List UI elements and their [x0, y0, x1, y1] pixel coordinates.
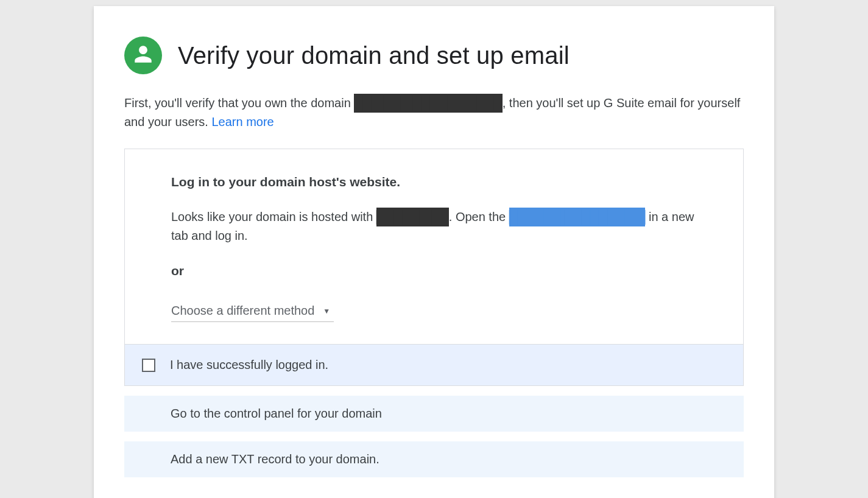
confirm-logged-in-row: I have successfully logged in. [125, 344, 743, 385]
confirm-logged-in-label: I have successfully logged in. [170, 358, 328, 372]
page-title: Verify your domain and set up email [178, 42, 570, 69]
step-text-1: Looks like your domain is hosted with [171, 210, 376, 223]
step-body: Looks like your domain is hosted with ██… [171, 208, 697, 245]
setup-card: Verify your domain and set up email Firs… [94, 6, 774, 498]
substep-control-panel[interactable]: Go to the control panel for your domain [124, 396, 744, 432]
person-icon [133, 44, 153, 68]
step-host-redacted: ██████ ██ [376, 208, 449, 226]
verification-method-select[interactable]: Choose a different method ▼ [171, 304, 334, 322]
confirm-logged-in-checkbox[interactable] [142, 359, 155, 372]
method-select-label: Choose a different method [171, 304, 314, 318]
step-text-2: . Open the [449, 210, 509, 223]
intro-paragraph: First, you'll verify that you own the do… [94, 74, 774, 132]
or-label: or [171, 264, 697, 278]
learn-more-link[interactable]: Learn more [211, 115, 273, 128]
chevron-down-icon: ▼ [323, 307, 330, 315]
intro-domain-redacted: ██ ███ ██████ █████ [354, 94, 502, 113]
account-avatar [124, 37, 162, 74]
step-box: Log in to your domain host's website. Lo… [124, 149, 744, 386]
step-heading: Log in to your domain host's website. [171, 175, 697, 189]
host-site-link[interactable]: ██████ ███████ ██ [509, 210, 646, 223]
substep-label: Add a new TXT record to your domain. [171, 452, 379, 466]
substep-add-txt-record[interactable]: Add a new TXT record to your domain. [124, 441, 744, 477]
intro-text-1: First, you'll verify that you own the do… [124, 96, 354, 110]
page-header: Verify your domain and set up email [94, 6, 774, 74]
substep-label: Go to the control panel for your domain [171, 407, 382, 420]
host-link-redacted: ██████ ███████ ██ [509, 208, 646, 226]
